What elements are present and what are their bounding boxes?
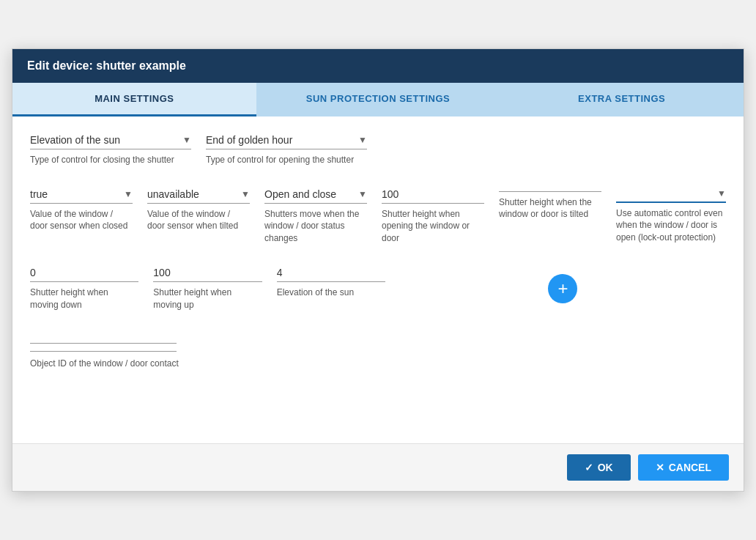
field-closed-sensor: true ▼ Value of the window / door sensor… bbox=[30, 188, 133, 245]
object-id-input[interactable] bbox=[30, 325, 177, 344]
field-open-height: 100 Shutter height when opening the wind… bbox=[382, 188, 484, 245]
open-type-value: End of golden hour bbox=[206, 134, 354, 146]
lockout-arrow: ▼ bbox=[717, 188, 726, 199]
move-when-control[interactable]: Open and close ▼ bbox=[264, 188, 367, 204]
lockout-control[interactable]: ▼ bbox=[616, 188, 726, 203]
field-close-type: Elevation of the sun ▼ Type of control f… bbox=[30, 134, 191, 166]
tab-extra-settings[interactable]: EXTRA SETTINGS bbox=[500, 83, 744, 116]
move-when-label: Shutters move when the window / door sta… bbox=[264, 208, 367, 245]
field-sun-elevation: 4 Elevation of the sun bbox=[277, 267, 385, 311]
down-height-value: 0 bbox=[30, 267, 138, 278]
open-height-value: 100 bbox=[382, 188, 484, 200]
closed-sensor-label: Value of the window / door sensor when c… bbox=[30, 208, 133, 233]
field-lockout: ▼ Use automatic control even when the wi… bbox=[616, 188, 726, 245]
sun-elevation-control[interactable]: 4 bbox=[277, 267, 385, 282]
dialog-footer: ✓ OK ✕ CANCEL bbox=[12, 443, 744, 491]
dialog: Edit device: shutter example MAIN SETTIN… bbox=[12, 48, 744, 492]
tilted-sensor-arrow: ▼ bbox=[241, 189, 250, 199]
field-open-type: End of golden hour ▼ Type of control for… bbox=[206, 134, 367, 166]
sun-elevation-label: Elevation of the sun bbox=[277, 286, 385, 299]
closed-sensor-arrow: ▼ bbox=[124, 189, 133, 199]
open-type-arrow: ▼ bbox=[358, 135, 367, 145]
row-3: 0 Shutter height when moving down 100 Sh… bbox=[30, 267, 726, 311]
down-height-control[interactable]: 0 bbox=[30, 267, 138, 282]
cancel-button[interactable]: ✕ CANCEL bbox=[638, 454, 729, 481]
tilted-sensor-label: Value of the window / door sensor when t… bbox=[147, 208, 250, 233]
tabs-bar: MAIN SETTINGS SUN PROTECTION SETTINGS EX… bbox=[12, 83, 744, 116]
close-type-label: Type of control for closing the shutter bbox=[30, 154, 191, 166]
plus-section: + bbox=[400, 267, 726, 311]
ok-label: OK bbox=[598, 462, 613, 473]
up-height-label: Shutter height when moving up bbox=[153, 286, 262, 311]
field-down-height: 0 Shutter height when moving down bbox=[30, 267, 138, 311]
field-tilted-sensor: unavailable ▼ Value of the window / door… bbox=[147, 188, 250, 245]
closed-sensor-control[interactable]: true ▼ bbox=[30, 188, 133, 204]
dialog-header: Edit device: shutter example bbox=[12, 49, 744, 83]
move-when-arrow: ▼ bbox=[358, 189, 367, 199]
up-height-control[interactable]: 100 bbox=[153, 267, 262, 282]
row-2: true ▼ Value of the window / door sensor… bbox=[30, 188, 726, 245]
close-type-value: Elevation of the sun bbox=[30, 134, 178, 146]
ok-check-icon: ✓ bbox=[585, 462, 593, 473]
close-type-control[interactable]: Elevation of the sun ▼ bbox=[30, 134, 191, 149]
tilted-height-label: Shutter height when the window or door i… bbox=[499, 196, 601, 221]
down-height-label: Shutter height when moving down bbox=[30, 286, 138, 311]
dialog-body: Elevation of the sun ▼ Type of control f… bbox=[12, 116, 744, 444]
ok-button[interactable]: ✓ OK bbox=[567, 454, 631, 481]
open-type-label: Type of control for opening the shutter bbox=[206, 154, 367, 166]
field-move-when: Open and close ▼ Shutters move when the … bbox=[264, 188, 367, 245]
tab-sun-protection[interactable]: SUN PROTECTION SETTINGS bbox=[256, 83, 500, 116]
field-up-height: 100 Shutter height when moving up bbox=[153, 267, 262, 311]
up-height-value: 100 bbox=[153, 267, 262, 278]
open-height-control[interactable]: 100 bbox=[382, 188, 484, 204]
tilted-height-control[interactable] bbox=[499, 188, 601, 192]
tilted-sensor-value: unavailable bbox=[147, 188, 237, 200]
move-when-value: Open and close bbox=[264, 188, 354, 200]
close-type-arrow: ▼ bbox=[182, 135, 191, 145]
cancel-label: CANCEL bbox=[669, 462, 711, 473]
closed-sensor-value: true bbox=[30, 188, 119, 200]
cancel-x-icon: ✕ bbox=[656, 462, 664, 473]
object-id-group: Object ID of the window / door contact bbox=[30, 325, 726, 370]
lockout-label: Use automatic control even when the wind… bbox=[616, 207, 726, 244]
add-button[interactable]: + bbox=[548, 274, 577, 303]
tilted-sensor-control[interactable]: unavailable ▼ bbox=[147, 188, 250, 204]
row-1: Elevation of the sun ▼ Type of control f… bbox=[30, 134, 726, 166]
sun-elevation-value: 4 bbox=[277, 267, 385, 278]
object-id-control bbox=[30, 325, 177, 352]
open-height-label: Shutter height when opening the window o… bbox=[382, 208, 484, 245]
open-type-control[interactable]: End of golden hour ▼ bbox=[206, 134, 367, 149]
dialog-title: Edit device: shutter example bbox=[27, 59, 186, 72]
tab-main-settings[interactable]: MAIN SETTINGS bbox=[12, 83, 256, 116]
object-id-label: Object ID of the window / door contact bbox=[30, 358, 179, 369]
field-tilted-height: Shutter height when the window or door i… bbox=[499, 188, 601, 245]
